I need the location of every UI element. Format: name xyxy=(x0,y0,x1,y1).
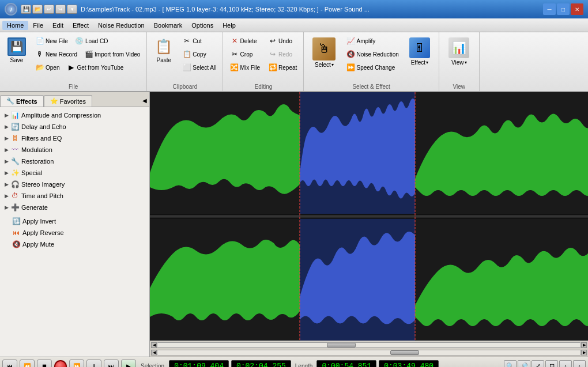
sidebar-collapse-btn[interactable]: ◀ xyxy=(140,94,149,107)
undo-button[interactable]: ↩ Undo xyxy=(265,35,300,47)
expand-icon: ▶ xyxy=(2,134,10,142)
scrollbar-track-h2[interactable] xyxy=(157,350,581,355)
zoom-in-h-button[interactable]: 🔍 xyxy=(504,360,517,368)
close-button[interactable]: ✕ xyxy=(571,3,583,15)
zoom-in-v-button[interactable]: ↕ xyxy=(559,360,572,368)
editing-buttons-left: ✕ Delete ✂ Crop 🔀 Mix File xyxy=(227,35,263,74)
time-icon: ⏱ xyxy=(10,191,20,200)
menu-effect[interactable]: Effect xyxy=(68,21,93,30)
scrollbar-thumb-h[interactable] xyxy=(327,343,356,347)
tab-effects[interactable]: 🔧 Effects xyxy=(0,95,44,107)
pause-button[interactable]: ⏸ xyxy=(86,360,101,368)
quick-extra-btn[interactable]: ▾ xyxy=(67,5,77,14)
cut-button[interactable]: ✂ Cut xyxy=(179,35,219,47)
select-button[interactable]: 🖱 Select ▾ xyxy=(307,35,341,74)
tree-item-generate[interactable]: ▶ ➕ Generate xyxy=(0,202,149,213)
quick-redo-btn[interactable]: ↪ xyxy=(55,5,66,14)
apply-invert-button[interactable]: 🔃 Apply Invert xyxy=(0,215,149,227)
quick-undo-btn[interactable]: ↩ xyxy=(44,5,54,14)
mix-file-button[interactable]: 🔀 Mix File xyxy=(227,61,263,74)
import-icon: 🎬 xyxy=(84,50,93,59)
skip-to-start-button[interactable]: ⏮ xyxy=(2,360,17,368)
favorites-tab-icon: ⭐ xyxy=(50,97,58,105)
ribbon-group-clipboard: 📋 Paste ✂ Cut 📋 Copy ⬜ Select All Clipbo… xyxy=(147,32,223,91)
delete-button[interactable]: ✕ Delete xyxy=(227,35,263,47)
record-button[interactable] xyxy=(54,360,67,368)
total-time-display: 0:03:49.480 xyxy=(379,360,439,367)
load-cd-button[interactable]: 💿 Load CD xyxy=(72,35,111,47)
scroll-right-btn2[interactable]: ▶ xyxy=(581,350,587,355)
menu-bookmark[interactable]: Bookmark xyxy=(149,21,187,30)
tree-item-restoration[interactable]: ▶ 🔧 Restoration xyxy=(0,156,149,167)
stop-button[interactable]: ⏹ xyxy=(37,360,52,368)
scroll-right-btn[interactable]: ▶ xyxy=(581,342,587,348)
scrollbar-track-h[interactable] xyxy=(157,342,581,348)
tree-item-special[interactable]: ▶ ✨ Special xyxy=(0,167,149,179)
noise-reduction-icon: 🔇 xyxy=(346,50,355,59)
effect-button[interactable]: 🎚 Effect ▾ xyxy=(404,35,435,74)
scrollbar-bottom[interactable]: ◀ ▶ xyxy=(150,349,588,357)
get-youtube-button[interactable]: ▶ Get from YouTube xyxy=(63,61,126,74)
save-button[interactable]: 💾 Save xyxy=(3,35,30,74)
open-button[interactable]: 📂 Open xyxy=(32,61,62,74)
apply-mute-button[interactable]: 🔇 Apply Mute xyxy=(0,239,149,250)
maximize-button[interactable]: □ xyxy=(557,3,570,15)
speed-icon: ⏩ xyxy=(346,63,355,72)
fast-forward-button[interactable]: ⏩ xyxy=(69,360,84,368)
paste-button[interactable]: 📋 Paste xyxy=(150,35,177,74)
selection-label: Selection xyxy=(138,363,167,367)
zoom-selection-button[interactable]: ⊡ xyxy=(545,360,558,368)
view-button[interactable]: 📊 View ▾ xyxy=(443,35,474,69)
redo-button[interactable]: ↪ Redo xyxy=(265,48,300,60)
scroll-left-btn2[interactable]: ◀ xyxy=(151,350,157,355)
quick-open-btn[interactable]: 📂 xyxy=(32,5,43,14)
new-record-icon: 🎙 xyxy=(35,50,44,59)
menu-noise-reduction[interactable]: Noise Reduction xyxy=(93,21,149,30)
select-all-icon: ⬜ xyxy=(182,63,191,72)
menu-home[interactable]: Home xyxy=(2,21,28,30)
tree-item-amplitude[interactable]: ▶ 📊 Amplitude and Compression xyxy=(0,109,149,121)
zoom-fit-button[interactable]: ⤢ xyxy=(532,360,544,368)
new-file-button[interactable]: 📄 New File xyxy=(32,35,71,47)
expand-icon: ▶ xyxy=(2,146,10,154)
scrollbar-thumb-h2[interactable] xyxy=(390,350,419,355)
effect-buttons: 📈 Amplify 🔇 Noise Reduction ⏩ Speed Chan… xyxy=(343,35,401,74)
amplitude-icon: 📊 xyxy=(10,111,20,120)
crop-button[interactable]: ✂ Crop xyxy=(227,48,263,60)
tree-item-stereo[interactable]: ▶ 🎧 Stereo Imagery xyxy=(0,179,149,190)
amplify-button[interactable]: 📈 Amplify xyxy=(343,35,401,47)
tab-favorites[interactable]: ⭐ Favorites xyxy=(44,95,92,107)
minimize-button[interactable]: ─ xyxy=(543,3,556,15)
load-cd-icon: 💿 xyxy=(75,36,84,46)
expand-icon: ▶ xyxy=(2,203,10,211)
tree-item-delay[interactable]: ▶ 🔄 Delay and Echo xyxy=(0,121,149,133)
mute-icon: 🔇 xyxy=(12,240,21,249)
copy-button[interactable]: 📋 Copy xyxy=(179,48,219,60)
menu-help[interactable]: Help xyxy=(218,21,240,30)
new-record-button[interactable]: 🎙 New Record xyxy=(32,48,80,60)
tree-item-filters[interactable]: ▶ 🎛 Filters and EQ xyxy=(0,133,149,144)
play-button[interactable]: ▶ xyxy=(121,360,136,368)
quick-save-btn[interactable]: 💾 xyxy=(21,5,31,14)
tree-item-modulation[interactable]: ▶ 〰 Modulation xyxy=(0,144,149,156)
ribbon-group-select-effect: 🖱 Select ▾ 📈 Amplify 🔇 Noise Reduction ⏩ xyxy=(304,32,439,91)
next-button[interactable]: ⏭ xyxy=(104,360,119,368)
select-all-button[interactable]: ⬜ Select All xyxy=(179,61,219,74)
menu-file[interactable]: File xyxy=(28,21,48,30)
tree-item-time[interactable]: ▶ ⏱ Time and Pitch xyxy=(0,190,149,202)
zoom-out-h-button[interactable]: 🔎 xyxy=(518,360,530,368)
expand-icon: ▶ xyxy=(2,123,10,131)
apply-reverse-button[interactable]: ⏮ Apply Reverse xyxy=(0,227,149,239)
ribbon-group-view: 📊 View ▾ View xyxy=(439,32,480,91)
scrollbar-top[interactable]: ◀ ▶ xyxy=(150,340,588,349)
menu-edit[interactable]: Edit xyxy=(48,21,68,30)
menu-options[interactable]: Options xyxy=(187,21,218,30)
rewind-button[interactable]: ⏪ xyxy=(20,360,35,368)
waveform-canvas[interactable]: dB -1 -2 -4 -7 -10 -16 -90 -16 -10 -7 -4… xyxy=(150,92,588,340)
zoom-out-v-button[interactable]: ↕ xyxy=(573,360,586,368)
scroll-left-btn[interactable]: ◀ xyxy=(151,342,157,348)
repeat-button[interactable]: 🔁 Repeat xyxy=(265,61,300,74)
noise-reduction-button[interactable]: 🔇 Noise Reduction xyxy=(343,48,401,60)
import-from-video-button[interactable]: 🎬 Import from Video xyxy=(81,48,143,60)
speed-change-button[interactable]: ⏩ Speed Change xyxy=(343,61,401,74)
